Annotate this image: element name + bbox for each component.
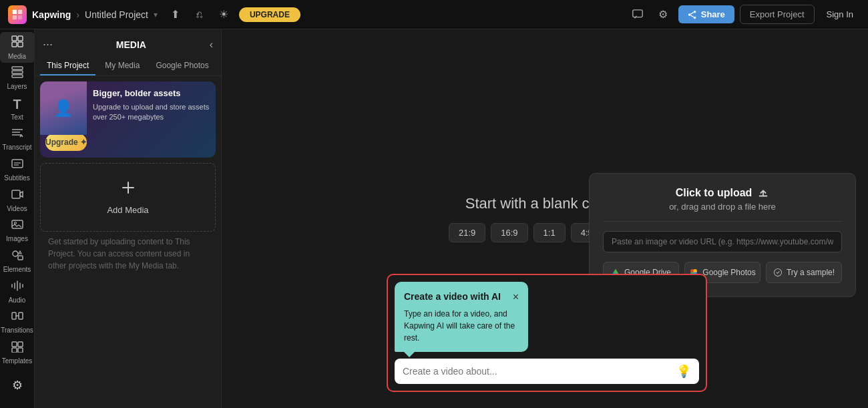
svg-rect-31 <box>18 342 23 347</box>
svg-point-5 <box>693 10 696 13</box>
media-panel-body: 👤 Bigger, bolder assets Upgrade to uploa… <box>35 76 221 408</box>
transitions-label: Transitions <box>1 327 33 334</box>
share-label: Share <box>701 9 725 19</box>
svg-point-25 <box>14 222 16 224</box>
templates-icon <box>11 341 24 356</box>
signin-button[interactable]: Sign In <box>820 5 860 23</box>
transcript-icon <box>11 127 24 142</box>
ai-video-box: Create a video with AI × Type an idea fo… <box>387 274 707 392</box>
templates-label: Templates <box>2 357 33 365</box>
svg-rect-15 <box>12 71 23 73</box>
sidebar-item-videos[interactable]: Videos <box>0 185 35 216</box>
elements-label: Elements <box>3 266 31 273</box>
svg-point-6 <box>688 13 691 16</box>
main-area: Media Layers T Text Transcript Subtitles <box>0 29 868 408</box>
svg-rect-34 <box>759 196 768 197</box>
svg-rect-1 <box>18 9 22 13</box>
media-hint: Get started by uploading content to This… <box>40 232 216 276</box>
svg-rect-20 <box>12 160 23 168</box>
sidebar-item-images[interactable]: Images <box>0 216 35 246</box>
settings-nav-icon: ⚙ <box>12 378 23 393</box>
upload-button[interactable]: ⬆ <box>166 5 186 25</box>
history-button[interactable]: ⎌ <box>190 5 210 25</box>
sidenav-settings[interactable]: ⚙ <box>0 368 35 403</box>
audio-icon <box>11 280 24 295</box>
comment-button[interactable] <box>628 5 648 25</box>
sidenav-bottom: ⚙ <box>0 368 35 408</box>
text-icon: T <box>13 97 21 112</box>
tab-google-photos[interactable]: Google Photos <box>149 57 215 75</box>
svg-rect-30 <box>12 342 17 347</box>
svg-rect-3 <box>18 15 22 19</box>
layers-icon <box>11 66 24 81</box>
url-input[interactable] <box>603 231 842 252</box>
audio-label: Audio <box>9 296 26 304</box>
sidebar-item-layers[interactable]: Layers <box>0 63 35 93</box>
ai-input-row: 💡 <box>395 359 699 384</box>
svg-rect-32 <box>12 348 17 353</box>
svg-rect-33 <box>18 348 23 353</box>
upgrade-card-content: Bigger, bolder assets Upgrade to upload … <box>90 81 216 128</box>
brand-name: Kapwing <box>32 9 71 20</box>
media-tabs: This Project My Media Google Photos <box>35 57 221 76</box>
aspect-16-9[interactable]: 16:9 <box>491 223 527 242</box>
sidebar-item-transitions[interactable]: Transitions <box>0 307 35 338</box>
project-dropdown-icon[interactable]: ▾ <box>154 10 158 19</box>
media-panel-title: MEDIA <box>53 39 210 50</box>
sidebar-item-transcript[interactable]: Transcript <box>0 124 35 154</box>
tab-this-project[interactable]: This Project <box>40 57 95 75</box>
add-media-button[interactable]: Add Media <box>40 163 216 232</box>
export-button[interactable]: Export Project <box>740 5 815 24</box>
share-button[interactable]: Share <box>678 5 734 23</box>
tab-my-media[interactable]: My Media <box>98 57 146 75</box>
sidebar-item-text[interactable]: T Text <box>0 93 35 124</box>
media-panel-options[interactable]: ··· <box>43 37 53 51</box>
media-panel: ··· MEDIA ‹ This Project My Media Google… <box>35 29 222 408</box>
sidebar-item-elements[interactable]: Elements <box>0 246 35 276</box>
sidebar-item-templates[interactable]: Templates <box>0 337 35 368</box>
upgrade-button[interactable]: UPGRADE <box>239 7 300 22</box>
svg-rect-13 <box>18 42 23 47</box>
logo <box>8 5 27 24</box>
project-name[interactable]: Untitled Project <box>85 9 148 20</box>
ai-video-input[interactable] <box>403 366 671 377</box>
upload-top: Click to upload or, drag and drop a file… <box>603 187 842 222</box>
try-sample-button[interactable]: Try a sample! <box>766 262 842 283</box>
media-panel-collapse[interactable]: ‹ <box>210 39 213 51</box>
ai-bubble-close[interactable]: × <box>513 291 519 303</box>
upgrade-card-title: Bigger, bolder assets <box>93 88 210 99</box>
theme-toggle[interactable]: ☀ <box>214 5 234 25</box>
sidebar-item-subtitles[interactable]: Subtitles <box>0 154 35 185</box>
svg-rect-4 <box>633 9 642 17</box>
upgrade-card-button[interactable]: Upgrade ✦ <box>45 134 87 151</box>
sidebar-item-media[interactable]: Media <box>0 32 35 63</box>
sidebar-item-audio[interactable]: Audio <box>0 276 35 307</box>
transitions-icon <box>11 310 24 325</box>
topbar: Kapwing › Untitled Project ▾ ⬆ ⎌ ☀ UPGRA… <box>0 0 868 29</box>
svg-line-9 <box>690 15 693 17</box>
aspect-21-9[interactable]: 21:9 <box>449 223 485 242</box>
svg-rect-14 <box>12 67 23 69</box>
aspect-1-1[interactable]: 1:1 <box>533 223 566 242</box>
videos-label: Videos <box>7 205 27 212</box>
svg-line-8 <box>690 12 693 14</box>
media-icon <box>11 35 24 51</box>
settings-button[interactable]: ⚙ <box>653 5 673 25</box>
elements-icon <box>11 249 24 264</box>
svg-rect-12 <box>12 42 17 47</box>
ai-bubble-title-text: Create a video with AI <box>404 290 501 304</box>
subtitles-icon <box>11 158 24 173</box>
svg-point-26 <box>13 251 18 256</box>
upload-subtitle: or, drag and drop a file here <box>669 202 776 212</box>
text-label: Text <box>11 114 23 121</box>
svg-rect-27 <box>18 256 23 260</box>
ai-bubble-desc: Type an idea for a video, and Kapwing AI… <box>404 308 519 344</box>
svg-rect-23 <box>12 190 20 198</box>
layers-label: Layers <box>7 83 27 90</box>
svg-rect-10 <box>12 36 17 41</box>
ai-input-icon[interactable]: 💡 <box>676 364 691 379</box>
media-panel-header: ··· MEDIA ‹ <box>35 29 221 57</box>
ai-bubble-title: Create a video with AI × <box>404 290 519 304</box>
breadcrumb-sep: › <box>76 9 79 20</box>
svg-rect-16 <box>12 75 23 77</box>
